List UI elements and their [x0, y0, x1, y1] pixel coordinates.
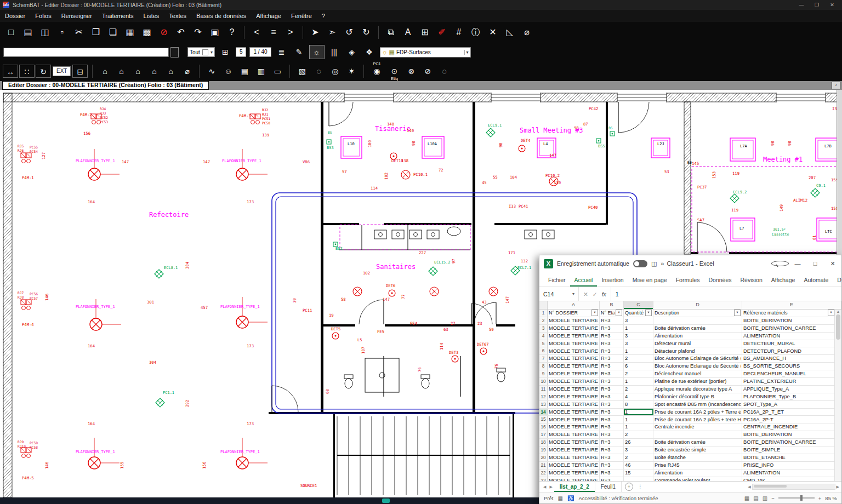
row-number-16[interactable]: 16 — [539, 423, 548, 431]
row-number-6[interactable]: 6 — [539, 347, 548, 354]
wire-icon[interactable]: ∿ — [204, 65, 219, 78]
cell-D18[interactable]: Boite dérivation carrée — [653, 439, 742, 446]
cell-C17[interactable]: 2 — [624, 431, 653, 438]
print-icon[interactable]: ▦ — [122, 25, 138, 40]
frame-icon[interactable]: ▣ — [207, 25, 223, 40]
cell-A12[interactable]: MODELE TERTIAIRE — [548, 393, 600, 400]
ribbon-tab-formules[interactable]: Formules — [672, 274, 704, 287]
hscroll-track[interactable] — [752, 484, 835, 490]
sheet-tab-list-ap-2-2[interactable]: list_ap_2_2 — [554, 482, 595, 492]
select-all-corner[interactable] — [539, 301, 548, 309]
cell-C19[interactable]: 3 — [624, 446, 653, 454]
sheet-options-icon[interactable]: ⋮ — [638, 484, 643, 490]
cell-C16[interactable]: 1 — [624, 423, 653, 431]
lamp-icon[interactable]: ☼ — [310, 45, 324, 59]
hide-icon[interactable]: ⌀ — [519, 25, 534, 40]
cell-B21[interactable]: R+3 — [600, 462, 624, 469]
print-screen-icon[interactable]: ▩ — [139, 25, 155, 40]
layer-icon[interactable]: ◈ — [345, 45, 359, 59]
menu-item-folios[interactable]: Folios — [30, 13, 56, 19]
next-folio-icon[interactable]: > — [283, 25, 298, 40]
cell-A23[interactable]: MODELE TERTIAIRE — [548, 477, 600, 481]
previous-folio-icon[interactable]: < — [249, 25, 264, 40]
name-box-dropdown-icon[interactable]: ▾ — [572, 291, 574, 296]
polygon-icon[interactable]: ⌂ — [147, 65, 161, 78]
cell-A11[interactable]: MODELE TERTIAIRE — [548, 386, 600, 393]
cell-B20[interactable]: R+3 — [600, 454, 624, 461]
scrollbar-thumb[interactable] — [836, 314, 840, 340]
cell-E22[interactable]: ALIMENTATION — [742, 469, 841, 477]
pencil-icon[interactable]: ✎ — [292, 45, 306, 59]
save-icon[interactable]: ◫ — [651, 260, 657, 267]
room-base-icon[interactable]: ⌂ — [130, 65, 145, 78]
cell-C23[interactable] — [624, 477, 653, 481]
hscroll-thumb[interactable] — [754, 485, 787, 488]
delete-icon[interactable]: ⊘ — [156, 25, 172, 40]
taskbar-app-icon[interactable] — [382, 499, 390, 503]
status-strip[interactable] — [3, 48, 169, 57]
cell-D7[interactable]: Bloc Autonome Eclairage de Sécurité (Am — [653, 355, 742, 362]
excel-maximize-button[interactable]: □ — [806, 255, 824, 272]
cell-B23[interactable]: R+3 — [600, 477, 624, 481]
ribbon-tab-affichage[interactable]: Affichage — [767, 274, 800, 287]
cell-D21[interactable]: Prise RJ45 — [653, 462, 742, 469]
cell-A6[interactable]: MODELE TERTIAIRE — [548, 347, 600, 354]
hatch-icon[interactable]: ||| — [327, 45, 342, 59]
cell-C18[interactable]: 26 — [624, 439, 653, 446]
line-style-icon[interactable]: ≣ — [275, 45, 289, 59]
cell-B12[interactable]: R+3 — [600, 393, 624, 400]
column-header-B[interactable]: B — [600, 301, 624, 309]
document-tab[interactable]: Editer Dossier : 00-MODELE TERTIAIRE (Cr… — [2, 81, 209, 90]
cell-E13[interactable]: SPOT_Type_A — [742, 401, 841, 408]
close-button[interactable]: ✕ — [825, 2, 839, 8]
menu-item-dossier[interactable]: Dossier — [0, 13, 30, 19]
cell-E8[interactable]: BS_SORTIE_SECOURS — [742, 363, 841, 370]
cell-E6[interactable]: DETECTEUR_PLAFOND — [742, 347, 841, 354]
open-icon[interactable]: ▤ — [20, 25, 36, 40]
cut-icon[interactable]: ✂ — [71, 25, 87, 40]
row-number-14[interactable]: 14 — [539, 409, 548, 416]
cell-A22[interactable]: MODELE TERTIAIRE — [548, 469, 600, 477]
filter-button[interactable]: ▼ — [734, 310, 741, 316]
cell-E5[interactable]: DETECTEUR_MURAL — [742, 340, 841, 347]
cell-E16[interactable]: CENTRALE_INCENDIE — [742, 423, 841, 431]
insert-function-icon[interactable]: fx — [602, 291, 606, 297]
row-number-20[interactable]: 20 — [539, 454, 548, 461]
cell-B7[interactable]: R+3 — [600, 355, 624, 362]
room-icon[interactable]: ⌂ — [98, 65, 112, 78]
info-icon[interactable]: ⓘ — [468, 25, 483, 40]
row-number-9[interactable]: 9 — [539, 370, 548, 377]
circuit-icon[interactable]: ◉ — [369, 65, 384, 78]
cell-C5[interactable]: 3 — [624, 340, 653, 347]
page-layout-view-icon[interactable]: ▤ — [753, 495, 758, 501]
cell-C9[interactable]: 2 — [624, 370, 653, 377]
cell-E18[interactable]: BOITE_DERIVATION_CARREE — [742, 439, 841, 446]
row-number-13[interactable]: 13 — [539, 401, 548, 408]
macro-record-icon[interactable]: ▦ — [557, 495, 562, 501]
filter-button[interactable]: ▼ — [616, 310, 622, 316]
ribbon-tab-automate[interactable]: Automate — [799, 274, 833, 287]
new-icon[interactable]: □ — [3, 25, 19, 40]
cell-B6[interactable]: R+3 — [600, 347, 624, 354]
list-cables-icon[interactable]: ▥ — [254, 65, 268, 78]
formula-input[interactable]: 1 — [611, 291, 841, 297]
column-header-E[interactable]: E — [742, 301, 841, 309]
rotate-ccw-icon[interactable]: ↺ — [342, 25, 357, 40]
enter-icon[interactable]: ✓ — [593, 291, 598, 297]
cell-A15[interactable]: MODELE TERTIAIRE — [548, 416, 600, 423]
row-number-12[interactable]: 12 — [539, 393, 548, 400]
cell-D10[interactable]: Platine de rue extérieur (portier) — [653, 378, 742, 385]
row-number-18[interactable]: 18 — [539, 439, 548, 446]
cell-E10[interactable]: PLATINE_EXTERIEUR — [742, 378, 841, 385]
select-zone-icon[interactable]: ▫ — [54, 25, 70, 40]
scope-select[interactable]: Tout▾ — [187, 47, 215, 57]
folio-list-icon[interactable]: ≡ — [266, 25, 281, 40]
hscroll-right-icon[interactable]: ▶ — [837, 485, 839, 489]
spreadsheet-grid[interactable]: 1N° DOSSIER▼N° Etage▼Quantité▼Descriptio… — [539, 310, 841, 481]
ribbon-tab-accueil[interactable]: Accueil — [570, 274, 598, 287]
table-icon[interactable]: ⊞ — [417, 25, 433, 40]
cell-D4[interactable]: Alimentation — [653, 333, 742, 340]
scale-button[interactable]: 1 / 40 — [249, 47, 271, 57]
minimize-button[interactable]: — — [794, 2, 809, 8]
filter-button[interactable]: ▼ — [645, 310, 652, 316]
